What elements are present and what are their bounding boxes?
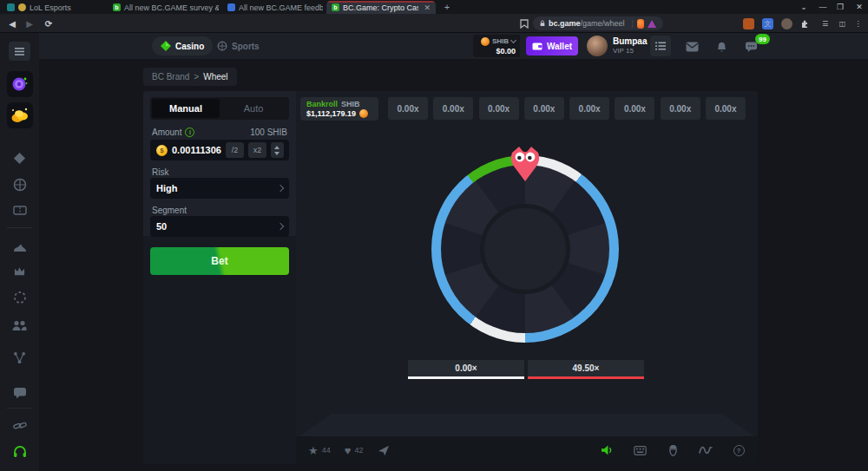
sound-toggle[interactable] (600, 443, 614, 457)
chevron-down-icon (510, 37, 516, 43)
extension-icon-2[interactable] (781, 18, 792, 29)
auto-mode-tab[interactable]: Auto (220, 99, 287, 118)
tab-close-icon[interactable]: ✕ (424, 3, 431, 12)
share-button[interactable] (377, 443, 391, 457)
multiplier-chip[interactable]: 0.00x (524, 97, 564, 120)
shib-coin-icon (481, 37, 490, 46)
info-icon[interactable]: i (185, 128, 194, 137)
browser-tab-lol-esports[interactable]: LoL Esports (2, 1, 104, 14)
sidebar-item-bonus[interactable] (12, 290, 27, 304)
double-bet-button[interactable]: x2 (248, 142, 266, 158)
breadcrumb[interactable]: BC Brand > Wheel (143, 68, 237, 86)
extensions-puzzle-icon[interactable] (800, 18, 812, 29)
forward-icon[interactable]: ▶ (23, 16, 36, 30)
segment-select[interactable]: 50 (150, 216, 289, 237)
star-icon[interactable]: ★ (308, 445, 319, 456)
multiplier-chip[interactable]: 0.00x (661, 97, 700, 120)
result-low: 0.00× (408, 360, 524, 379)
bell-icon (716, 41, 727, 53)
amount-input[interactable]: 0.00111306 (172, 145, 221, 155)
risk-select[interactable]: High (150, 178, 289, 199)
sidebar-coin-drop-button[interactable] (7, 102, 33, 128)
breadcrumb-section[interactable]: BC Brand (152, 72, 189, 82)
sidebar-item-affiliate[interactable] (12, 317, 27, 332)
sidebar-item-forum[interactable] (12, 385, 27, 400)
step-up-icon[interactable] (274, 146, 279, 149)
step-down-icon[interactable] (274, 152, 279, 155)
sidebar-promo-spin-button[interactable] (7, 71, 33, 97)
bet-mode-toggle: Manual Auto (150, 97, 289, 120)
address-bar[interactable]: bc.game /game/wheel | (533, 16, 663, 30)
seed-button[interactable] (666, 443, 680, 457)
browser-tab-survey[interactable]: b All new BC.GAME survey & feedback (108, 1, 219, 14)
browser-tab-bcgame-active[interactable]: b BC.Game: Crypto Casino Games & ✕ (326, 1, 436, 14)
paper-plane-icon (378, 445, 390, 456)
gold-coins-icon (10, 107, 30, 124)
tab-casino[interactable]: Casino (152, 36, 213, 56)
app-header: Casino Sports SHIB $0.00 Wallet Bumpaa V… (39, 33, 868, 59)
user-avatar[interactable] (587, 36, 608, 56)
hotkeys-button[interactable] (633, 443, 647, 457)
help-button[interactable]: ? (732, 443, 746, 457)
half-bet-button[interactable]: /2 (226, 142, 244, 158)
window-restore-button[interactable]: ❐ (832, 0, 849, 14)
multiplier-chip[interactable]: 0.00x (706, 97, 746, 120)
wallet-button[interactable]: Wallet (526, 36, 578, 56)
amount-label: Amount (152, 128, 181, 137)
bookmark-icon[interactable] (517, 16, 531, 30)
sidebar-item-racing[interactable] (12, 239, 27, 254)
headphones-icon (13, 445, 27, 458)
sidebar-item-casino[interactable] (12, 151, 27, 166)
risk-value: High (156, 183, 273, 193)
warning-extension-icon[interactable] (648, 20, 656, 28)
sidebar-item-vip-club[interactable] (12, 264, 27, 278)
browser-tab-feedback[interactable]: All new BC.GAME feedback (222, 1, 323, 14)
reading-list-icon[interactable]: ☰ (819, 18, 831, 29)
multiplier-chip[interactable]: 0.00x (615, 97, 654, 120)
sidebar-item-support[interactable] (12, 444, 27, 459)
diamond-icon (13, 152, 26, 165)
sidebar-item-sports[interactable] (12, 177, 27, 192)
back-icon[interactable]: ◀ (5, 16, 19, 30)
tab-sports[interactable]: Sports (208, 36, 268, 56)
window-menu-icon[interactable]: ⌄ (795, 0, 812, 14)
sidebar-item-links[interactable] (12, 418, 27, 433)
browser-menu-icon[interactable]: ⋮ (852, 18, 864, 29)
segment-value: 50 (156, 221, 273, 232)
inbox-button[interactable] (685, 39, 700, 54)
bankroll-box: Bankroll SHIB $1,112,179.19 (300, 97, 378, 121)
question-icon: ? (733, 445, 745, 456)
manual-mode-tab[interactable]: Manual (152, 99, 220, 118)
translate-extension-icon[interactable]: 文 (762, 18, 773, 29)
notifications-button[interactable] (714, 39, 729, 54)
window-minimize-button[interactable]: — (814, 0, 832, 14)
currency-selector[interactable]: SHIB $0.00 (473, 35, 520, 57)
favorites-stat[interactable]: ★ 44 (308, 445, 331, 456)
side-panel-icon[interactable]: ◫ (837, 18, 848, 29)
live-stats-button[interactable] (699, 443, 713, 457)
feedback-favicon (227, 3, 235, 11)
amount-stepper[interactable] (271, 142, 284, 158)
adblock-extension-icon[interactable] (637, 19, 644, 29)
user-info[interactable]: Bumpaa VIP 15 (613, 36, 647, 55)
reload-icon[interactable]: ⟳ (42, 16, 56, 30)
heart-icon[interactable]: ♥ (345, 445, 352, 456)
ranking-button[interactable] (650, 36, 671, 56)
extension-icon-1[interactable] (743, 18, 754, 29)
new-tab-button[interactable]: + (441, 0, 453, 14)
window-close-button[interactable]: ✕ (851, 0, 868, 14)
multiplier-chip[interactable]: 0.00x (569, 97, 609, 120)
sports-ball-icon (217, 41, 227, 51)
sidebar-item-lottery[interactable] (12, 203, 27, 218)
multiplier-chip[interactable]: 0.00x (479, 97, 519, 120)
sidebar-menu-button[interactable] (9, 42, 30, 61)
wheel-hub (480, 204, 570, 294)
bet-button[interactable]: Bet (150, 247, 289, 275)
multiplier-chip[interactable]: 0.00x (433, 97, 473, 120)
sidebar-item-referral[interactable] (12, 350, 27, 365)
likes-stat[interactable]: ♥ 42 (345, 445, 364, 456)
divider (7, 227, 32, 228)
url-host: bc.game (549, 19, 581, 28)
chat-button[interactable]: 99 (744, 39, 759, 54)
multiplier-chip[interactable]: 0.00x (388, 97, 428, 120)
